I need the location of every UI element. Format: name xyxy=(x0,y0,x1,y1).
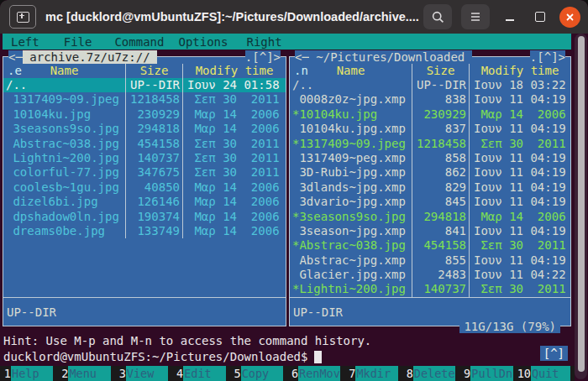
scrollbar-thumb[interactable] xyxy=(578,36,585,372)
new-tab-button[interactable] xyxy=(9,5,36,29)
menu-item[interactable]: Left xyxy=(11,35,39,49)
file-row[interactable]: colorful-77.jpg 347675 Σεπ 30 2011 xyxy=(3,165,286,180)
file-name: 10104ku.jpg.xmp xyxy=(290,122,412,136)
panel-up-control[interactable]: .[^]> xyxy=(245,50,281,64)
function-key-button[interactable]: 1 Help xyxy=(0,366,57,381)
function-key-button[interactable]: 3 View xyxy=(115,366,172,381)
file-row[interactable]: 3seasons9so.jpg 294818 Μαρ 14 2006 xyxy=(3,122,286,136)
function-key-number: 5 xyxy=(230,366,241,381)
file-row[interactable]: *Lightni~200.jpg 140737 Σεπ 30 2011 xyxy=(290,282,570,296)
function-key-button[interactable]: 10 Quit xyxy=(517,366,575,381)
scrollbar[interactable] xyxy=(575,34,587,379)
file-name: 1317409~peg.xmp xyxy=(290,151,412,165)
file-size: 294818 xyxy=(412,210,469,224)
right-file-list: /.. UP--DIR Ιουν 18 03:22 0008z0z~jpg.xm… xyxy=(290,78,570,297)
file-size: 40850 xyxy=(125,180,182,195)
file-row[interactable]: *Abstrac~038.jpg 454158 Σεπ 30 2011 xyxy=(290,238,570,253)
function-key-button[interactable]: 6 RenMov xyxy=(287,366,344,381)
file-date: Ιουν 11 04:19 xyxy=(469,92,570,107)
close-icon xyxy=(565,13,575,22)
file-row[interactable]: *10104ku.jpg 230929 Μαρ 14 2006 xyxy=(290,107,570,122)
command-line[interactable]: ducklord@vmUbuntuZFS:~/Pictures/Download… xyxy=(3,350,322,363)
file-row[interactable]: dreams0be.jpg 133749 Μαρ 14 2006 xyxy=(3,224,286,238)
file-row[interactable]: 3dlands~jpg.xmp 829 Ιουν 11 04:19 xyxy=(290,180,570,195)
left-panel-title: <─ archive.7z/u7z:// .[^]> xyxy=(8,49,281,65)
file-date: Σεπ 30 2011 xyxy=(182,137,286,151)
file-row[interactable]: 0008z0z~jpg.xmp 838 Ιουν 11 04:19 xyxy=(290,92,570,107)
column-header-name[interactable]: .nName xyxy=(290,64,412,78)
function-key-button[interactable]: 9 PullDn xyxy=(459,366,517,381)
file-row[interactable]: coolesb~1gu.jpg 40850 Μαρ 14 2006 xyxy=(3,180,286,195)
file-row[interactable]: 3season~jpg.xmp 841 Ιουν 11 04:19 xyxy=(290,224,570,238)
titlebar: mc [ducklord@vmUbuntuZFS]:~/Pictures/Dow… xyxy=(0,0,588,34)
file-row[interactable]: 10104ku.jpg.xmp 837 Ιουν 11 04:19 xyxy=(290,122,570,136)
file-row[interactable]: /.. UP--DIR Ιουν 18 03:22 xyxy=(290,78,570,92)
file-row[interactable]: Abstrac~jpg.xmp 855 Ιουν 11 04:19 xyxy=(290,253,570,268)
history-up-button[interactable]: [^] xyxy=(540,346,568,361)
right-column-headers: .nName Size Modify time xyxy=(290,64,570,78)
function-key-label: RenMov xyxy=(298,366,340,381)
function-key-number: 1 xyxy=(0,366,11,381)
terminal-content: LeftFileCommandOptionsRight <─ archive.7… xyxy=(0,34,588,381)
left-panel-path[interactable]: archive.7z/u7z:// xyxy=(23,50,157,64)
file-size: 230929 xyxy=(125,107,182,122)
column-header-size[interactable]: Size xyxy=(412,64,469,78)
function-key-button[interactable]: 4 Edit xyxy=(172,366,229,381)
hamburger-menu-icon xyxy=(470,12,481,22)
file-date: Ιουν 18 03:22 xyxy=(469,78,570,92)
file-name: 3D-Rubi~jpg.xmp xyxy=(290,165,412,180)
function-key-number: 7 xyxy=(344,366,355,381)
minimize-button[interactable] xyxy=(499,6,521,28)
panel-up-control[interactable]: .[^]> xyxy=(530,50,565,64)
menu-item[interactable]: Right xyxy=(246,35,281,49)
file-row[interactable]: 3dvario~jpg.xmp 845 Ιουν 11 04:19 xyxy=(290,195,570,209)
file-row[interactable]: 1317409~09.jpeg 1218458 Σεπ 30 2011 xyxy=(3,92,286,107)
file-row[interactable]: Lightni~200.jpg 140737 Σεπ 30 2011 xyxy=(3,151,286,165)
file-row[interactable]: dpshadow0ln.jpg 190374 Μαρ 14 2006 xyxy=(3,210,286,224)
file-row[interactable]: 10104ku.jpg 230929 Μαρ 14 2006 xyxy=(3,107,286,122)
file-row[interactable]: Abstrac~038.jpg 454158 Σεπ 30 2011 xyxy=(3,137,286,151)
file-size: 858 xyxy=(412,151,469,165)
file-name: *1317409~09.jpeg xyxy=(290,137,412,151)
left-file-list: /.. UP--DIR Ιουν 24 01:58 1317409~09.jpe… xyxy=(3,78,286,297)
file-date: Ιουν 11 04:19 xyxy=(469,253,570,268)
file-row[interactable]: *3seasons9so.jpg 294818 Μαρ 14 2006 xyxy=(290,210,570,224)
right-panel-body: .nName Size Modify time /.. UP--DIR Ιουν… xyxy=(290,57,570,326)
file-row[interactable]: *1317409~09.jpeg 1218458 Σεπ 30 2011 xyxy=(290,137,570,151)
file-name: Abstrac~jpg.xmp xyxy=(290,253,412,268)
file-name: 3dlands~jpg.xmp xyxy=(290,180,412,195)
file-row[interactable]: /.. UP--DIR Ιουν 24 01:58 xyxy=(3,78,286,92)
function-key-button[interactable]: 5 Copy xyxy=(230,366,287,381)
column-header-size[interactable]: Size xyxy=(125,64,182,78)
panel-left-arrow-icon[interactable]: <─ xyxy=(295,50,309,64)
menu-item[interactable]: Command xyxy=(114,35,164,49)
file-date: Ιουν 11 04:19 xyxy=(469,165,570,180)
file-size: 230929 xyxy=(412,107,469,122)
menu-item[interactable]: File xyxy=(64,35,92,49)
file-row[interactable]: 1317409~peg.xmp 858 Ιουν 11 04:19 xyxy=(290,151,570,165)
function-key-button[interactable]: 8 Delete xyxy=(402,366,459,381)
file-row[interactable]: Glacier.jpg.xmp 2483 Ιουν 11 04:22 xyxy=(290,268,570,282)
file-date: Σεπ 30 2011 xyxy=(182,151,286,165)
right-panel-path[interactable]: ~/Pictures/Downloaded xyxy=(309,50,472,64)
function-key-number: 8 xyxy=(402,366,413,381)
function-key-button[interactable]: 2 Menu xyxy=(57,366,114,381)
function-key-button[interactable]: 7 Mkdir xyxy=(344,366,402,381)
file-date: Σεπ 30 2011 xyxy=(182,165,286,180)
file-size: 126146 xyxy=(125,195,182,209)
panel-left-arrow-icon[interactable]: <─ xyxy=(8,50,23,64)
app-menu-button[interactable] xyxy=(461,4,490,29)
file-size: 845 xyxy=(412,195,469,209)
file-date: Μαρ 14 2006 xyxy=(182,122,286,136)
column-header-modify[interactable]: Modify time xyxy=(469,64,570,78)
close-button[interactable] xyxy=(559,7,580,28)
file-row[interactable]: 3D-Rubi~jpg.xmp 862 Ιουν 11 04:19 xyxy=(290,165,570,180)
file-name: *3seasons9so.jpg xyxy=(290,210,412,224)
file-size: 841 xyxy=(412,224,469,238)
search-button[interactable] xyxy=(423,4,452,29)
maximize-button[interactable] xyxy=(529,6,551,28)
column-header-name[interactable]: .eName xyxy=(3,64,125,78)
menu-item[interactable]: Options xyxy=(178,35,228,49)
file-row[interactable]: dizel6bi.jpg 126146 Μαρ 14 2006 xyxy=(3,195,286,209)
column-header-modify[interactable]: Modify time xyxy=(182,64,286,78)
